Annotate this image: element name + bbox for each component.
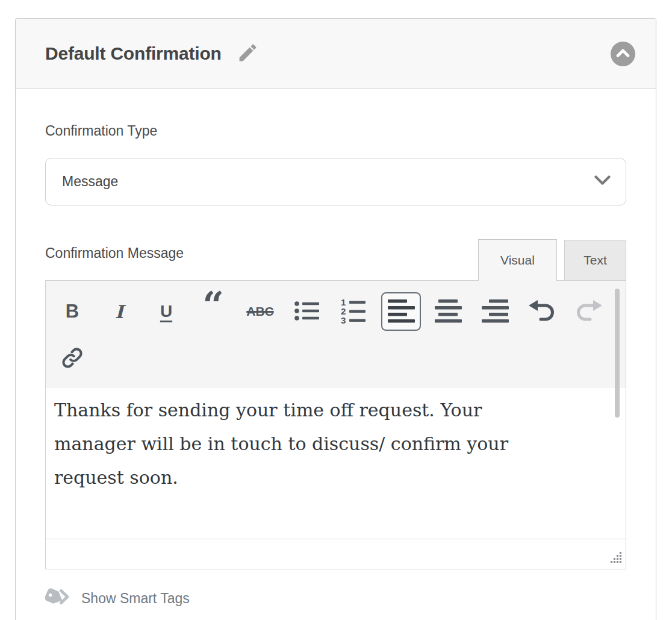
align-left-icon (387, 299, 415, 325)
editor-content[interactable]: Thanks for sending your time off request… (46, 387, 626, 539)
numbered-list-icon: 1 2 3 (340, 298, 368, 326)
panel-body: Confirmation Type Message Confirmation M… (16, 122, 656, 610)
visual-editor: B I U “ ABC (45, 280, 626, 569)
editor-tabs: Visual Text (478, 239, 626, 281)
confirmation-type-value: Message (62, 174, 118, 190)
editor-toolbar: B I U “ ABC (46, 281, 626, 387)
resize-handle-icon[interactable] (609, 550, 623, 566)
chevron-up-icon (616, 48, 630, 59)
numbered-list-button[interactable]: 1 2 3 (334, 292, 374, 331)
editor-scrollbar[interactable] (615, 289, 620, 418)
strikethrough-button[interactable]: ABC (240, 292, 280, 331)
tag-icon (45, 586, 70, 610)
confirmation-type-label: Confirmation Type (45, 122, 626, 140)
italic-button[interactable]: I (99, 292, 139, 331)
tab-text[interactable]: Text (564, 240, 626, 281)
undo-icon (528, 299, 556, 325)
rename-confirmation-button[interactable] (236, 42, 260, 66)
align-left-button[interactable] (381, 292, 421, 331)
panel-title: Default Confirmation (45, 43, 222, 64)
bullet-list-button[interactable] (287, 292, 327, 331)
blockquote-button[interactable]: “ (193, 292, 233, 331)
align-center-icon (434, 299, 462, 325)
redo-button[interactable] (569, 292, 609, 331)
link-button[interactable] (52, 339, 92, 378)
confirmation-message-row: Confirmation Message Visual Text (45, 239, 626, 280)
align-center-button[interactable] (428, 292, 468, 331)
undo-button[interactable] (522, 292, 562, 331)
collapse-panel-button[interactable] (611, 42, 635, 66)
strikethrough-icon: ABC (246, 304, 274, 319)
tab-visual[interactable]: Visual (478, 239, 557, 281)
align-right-icon (481, 299, 509, 325)
editor-statusbar (46, 539, 626, 569)
underline-button[interactable]: U (146, 292, 186, 331)
align-right-button[interactable] (475, 292, 515, 331)
default-confirmation-panel: Default Confirmation Confirmation Type M… (15, 18, 656, 620)
italic-icon: I (115, 301, 123, 322)
pencil-icon (237, 42, 259, 66)
toolbar-row-2 (52, 335, 620, 382)
panel-header: Default Confirmation (16, 19, 656, 89)
bold-button[interactable]: B (52, 292, 92, 331)
blockquote-icon: “ (202, 302, 224, 321)
bold-icon: B (66, 301, 79, 322)
underline-icon: U (160, 302, 172, 321)
confirmation-type-select[interactable]: Message (45, 158, 626, 205)
bullet-list-icon (294, 299, 320, 324)
smart-tags-toggle[interactable]: Show Smart Tags (45, 586, 190, 610)
redo-icon (575, 299, 603, 325)
chevron-down-icon (594, 175, 611, 188)
smart-tags-label: Show Smart Tags (81, 590, 190, 607)
confirmation-message-label: Confirmation Message (45, 244, 184, 262)
toolbar-row-1: B I U “ ABC (52, 288, 620, 335)
svg-text:3: 3 (341, 315, 346, 324)
link-icon (61, 346, 84, 371)
